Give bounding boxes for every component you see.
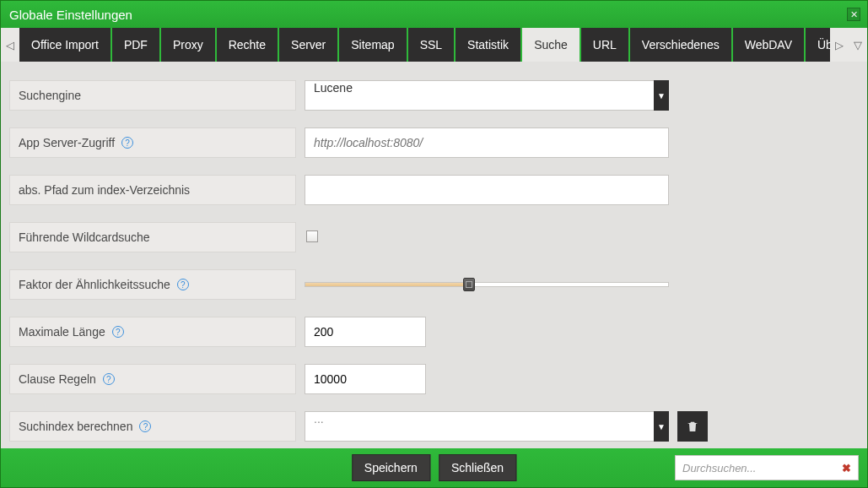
slider-thumb[interactable] [463, 278, 475, 291]
label-index-path: abs. Pfad zum index-Verzeichnis [9, 175, 296, 205]
search-placeholder: Durchsuchen... [682, 462, 756, 474]
tab-menu-toggle-icon[interactable]: ▽ [849, 28, 867, 62]
tab-proxy[interactable]: Proxy [161, 28, 215, 62]
tab-statistik[interactable]: Statistik [456, 28, 520, 62]
tab-webdav[interactable]: WebDAV [733, 28, 804, 62]
tabbar: ◁ Office ImportPDFProxyRechteServerSitem… [1, 28, 867, 62]
help-icon[interactable]: ? [121, 137, 133, 149]
trash-button[interactable] [677, 411, 708, 442]
tab-pdf[interactable]: PDF [112, 28, 159, 62]
compute-index-select[interactable]: ... ▼ [305, 411, 669, 442]
tab-rechte[interactable]: Rechte [217, 28, 278, 62]
save-button[interactable]: Speichern [352, 454, 430, 481]
chevron-down-icon[interactable]: ▼ [654, 80, 669, 111]
label-app-server: App Server-Zugriff? [9, 127, 296, 158]
window-title: Globale Einstellungen [9, 8, 132, 22]
slider-fill [305, 283, 469, 286]
label-engine: Suchengine [9, 80, 296, 111]
label-compute-index: Suchindex berechnen? [9, 411, 296, 442]
tab-übersetzung[interactable]: Übersetzung [806, 28, 830, 62]
help-icon[interactable]: ? [103, 373, 115, 385]
clear-icon[interactable]: ✖ [842, 462, 851, 474]
tab-scroll-right-icon[interactable]: ▷ [830, 28, 849, 62]
close-button[interactable]: Schließen [439, 454, 516, 481]
tab-verschiedenes[interactable]: Verschiedenes [630, 28, 731, 62]
content: Suchengine Lucene ▼ App Server-Zugriff? … [1, 62, 867, 448]
tabs: Office ImportPDFProxyRechteServerSitemap… [19, 28, 830, 62]
chevron-down-icon[interactable]: ▼ [654, 411, 669, 442]
close-icon[interactable]: ✕ [847, 8, 860, 21]
tab-scroll-left-icon[interactable]: ◁ [1, 28, 19, 62]
engine-select[interactable]: Lucene ▼ [305, 80, 669, 111]
index-path-input[interactable] [305, 175, 669, 205]
max-length-input[interactable] [305, 317, 426, 347]
titlebar: Globale Einstellungen ✕ [1, 1, 867, 28]
help-icon[interactable]: ? [177, 279, 189, 290]
wildcard-checkbox[interactable] [306, 230, 318, 242]
window: Globale Einstellungen ✕ ◁ Office ImportP… [0, 0, 868, 488]
label-max-length: Maximale Länge? [9, 317, 296, 347]
footer: Speichern Schließen Durchsuchen... ✖ [1, 448, 867, 487]
tab-sitemap[interactable]: Sitemap [339, 28, 406, 62]
label-wildcard: Führende Wildcardsuche [9, 222, 296, 252]
tab-suche[interactable]: Suche [522, 28, 580, 62]
search-input[interactable]: Durchsuchen... ✖ [675, 455, 859, 480]
label-clause: Clause Regeln? [9, 364, 296, 394]
label-similarity: Faktor der Ähnlichkeitssuche? [9, 269, 296, 300]
tab-office-import[interactable]: Office Import [19, 28, 111, 62]
help-icon[interactable]: ? [112, 326, 124, 338]
tab-server[interactable]: Server [279, 28, 337, 62]
similarity-slider[interactable] [305, 269, 669, 300]
tab-url[interactable]: URL [581, 28, 628, 62]
tab-ssl[interactable]: SSL [408, 28, 454, 62]
help-icon[interactable]: ? [139, 420, 151, 432]
app-server-input[interactable] [305, 127, 669, 158]
trash-icon [686, 420, 699, 433]
clause-input[interactable] [305, 364, 426, 394]
